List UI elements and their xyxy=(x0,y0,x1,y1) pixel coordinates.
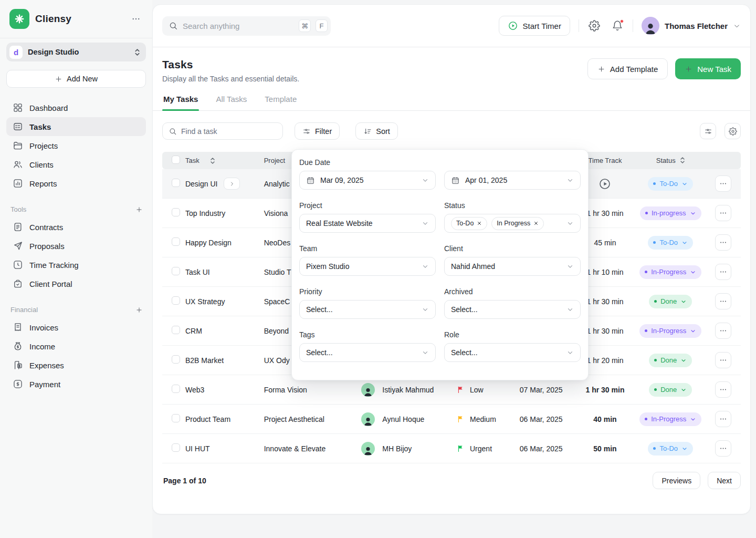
sidebar-item-invoices[interactable]: Invoices xyxy=(6,318,146,337)
status-badge[interactable]: In-Progress xyxy=(639,412,701,426)
row-actions-button[interactable] xyxy=(715,352,731,368)
tab-all-tasks[interactable]: All Tasks xyxy=(215,92,248,110)
sidebar-item-tasks[interactable]: Tasks xyxy=(6,117,146,136)
status-badge[interactable]: To-Do xyxy=(648,177,693,191)
status-badge[interactable]: In-Progress xyxy=(639,265,701,279)
row-actions-button[interactable] xyxy=(715,205,731,221)
sidebar-item-time-tracking[interactable]: Time Tracking xyxy=(6,255,146,274)
project-select[interactable]: Real Estate Website xyxy=(299,214,436,233)
find-task-input[interactable] xyxy=(181,127,277,136)
role-select[interactable]: Select... xyxy=(444,343,581,362)
previous-page-button[interactable]: Previews xyxy=(653,472,700,489)
status-badge[interactable]: Done xyxy=(649,354,692,367)
row-actions-button[interactable] xyxy=(715,411,731,427)
status-badge[interactable]: To-Do xyxy=(648,236,693,250)
sidebar-item-contracts[interactable]: Contracts xyxy=(6,218,146,236)
start-timer-label: Start Timer xyxy=(523,22,561,30)
table-row[interactable]: UI HUT Innovate & Elevate MH Bijoy Urgen… xyxy=(162,434,741,463)
add-template-button[interactable]: Add Template xyxy=(587,58,668,79)
team-select[interactable]: Pixem Studio xyxy=(299,257,436,276)
status-badge[interactable]: Done xyxy=(649,295,692,308)
client-select[interactable]: Nahid Ahmed xyxy=(444,257,581,276)
column-status[interactable]: Status xyxy=(636,157,705,164)
status-label: Done xyxy=(660,297,677,305)
status-badge[interactable]: In-Progress xyxy=(639,324,701,338)
task-name: B2B Market xyxy=(185,356,224,365)
row-actions-button[interactable] xyxy=(715,381,731,398)
row-checkbox[interactable] xyxy=(172,179,180,187)
chevron-down-icon xyxy=(680,387,687,393)
status-badge[interactable]: In-progress xyxy=(640,206,701,220)
play-circle-icon xyxy=(508,20,518,31)
due-date-to-select[interactable]: Apr 01, 2025 xyxy=(444,171,581,190)
view-options-button[interactable] xyxy=(700,123,716,139)
client-label: Client xyxy=(444,244,581,253)
tab-template[interactable]: Template xyxy=(264,92,298,110)
settings-gear-icon[interactable] xyxy=(587,19,601,33)
sidebar-item-client-portal[interactable]: Client Portal xyxy=(6,274,146,293)
start-timer-button[interactable]: Start Timer xyxy=(499,16,570,36)
table-row[interactable]: Product Team Project Aesthetical Aynul H… xyxy=(162,405,741,434)
user-menu[interactable]: Thomas Fletcher xyxy=(642,17,741,35)
archived-select[interactable]: Select... xyxy=(444,300,581,319)
row-checkbox[interactable] xyxy=(172,355,180,364)
remove-chip-icon[interactable] xyxy=(533,221,539,226)
notification-bell-icon[interactable] xyxy=(611,19,624,33)
select-all-checkbox[interactable] xyxy=(172,156,180,164)
status-badge[interactable]: Done xyxy=(649,383,692,397)
tools-add-icon[interactable] xyxy=(135,206,143,213)
row-checkbox[interactable] xyxy=(172,385,180,393)
sidebar-item-payment[interactable]: Payment xyxy=(6,375,146,394)
column-task[interactable]: Task xyxy=(183,157,261,164)
status-select[interactable]: To-Do In Progress xyxy=(444,214,581,233)
sidebar-item-clients[interactable]: Clients xyxy=(6,155,146,174)
workspace-switcher[interactable]: d Design Studio xyxy=(6,43,146,61)
row-checkbox[interactable] xyxy=(172,443,180,452)
row-checkbox[interactable] xyxy=(172,326,180,334)
sidebar-item-dashboard[interactable]: Dashboard xyxy=(6,98,146,117)
sidebar-more-icon[interactable] xyxy=(129,12,143,26)
row-actions-button[interactable] xyxy=(715,234,731,251)
row-checkbox[interactable] xyxy=(172,267,180,275)
row-actions-button[interactable] xyxy=(715,293,731,309)
row-actions-button[interactable] xyxy=(715,440,731,457)
sidebar-item-income[interactable]: Income xyxy=(6,337,146,356)
sidebar-item-label: Proposals xyxy=(29,242,65,251)
filter-button[interactable]: Filter xyxy=(295,122,340,140)
status-label: In-progress xyxy=(652,209,686,217)
row-actions-button[interactable] xyxy=(715,323,731,339)
sidebar-item-proposals[interactable]: Proposals xyxy=(6,236,146,255)
row-checkbox[interactable] xyxy=(172,414,180,422)
table-settings-button[interactable] xyxy=(724,123,741,139)
sort-button[interactable]: Sort xyxy=(355,122,398,140)
row-checkbox[interactable] xyxy=(172,208,180,216)
tags-select[interactable]: Select... xyxy=(299,343,436,362)
priority-select[interactable]: Select... xyxy=(299,300,436,319)
sidebar-item-reports[interactable]: Reports xyxy=(6,174,146,193)
task-name: Web3 xyxy=(185,386,204,394)
next-page-button[interactable]: Next xyxy=(708,472,741,489)
sidebar-item-projects[interactable]: Projects xyxy=(6,136,146,155)
due-date-label: Due Date xyxy=(299,158,581,167)
global-search[interactable]: ⌘ F xyxy=(162,16,331,36)
find-task-search[interactable] xyxy=(162,122,283,140)
status-chip: In Progress xyxy=(491,217,544,230)
chevron-updown-icon xyxy=(134,48,141,56)
row-checkbox[interactable] xyxy=(172,237,180,246)
row-actions-button[interactable] xyxy=(715,175,731,192)
status-dot xyxy=(653,182,656,185)
row-checkbox[interactable] xyxy=(172,296,180,305)
play-timer-icon[interactable] xyxy=(598,178,611,190)
expand-row-button[interactable] xyxy=(224,178,240,190)
row-actions-button[interactable] xyxy=(715,264,731,280)
due-date-from-select[interactable]: Mar 09, 2025 xyxy=(299,171,436,190)
sidebar-item-expenses[interactable]: Expenses xyxy=(6,356,146,375)
new-task-button[interactable]: New Task xyxy=(675,58,741,79)
financial-add-icon[interactable] xyxy=(135,306,143,314)
chevron-down-icon xyxy=(422,263,429,270)
remove-chip-icon[interactable] xyxy=(477,221,482,226)
status-badge[interactable]: To-Do xyxy=(648,442,693,456)
search-input[interactable] xyxy=(183,22,294,30)
add-new-button[interactable]: Add New xyxy=(6,70,146,88)
tab-my-tasks[interactable]: My Tasks xyxy=(162,92,199,110)
